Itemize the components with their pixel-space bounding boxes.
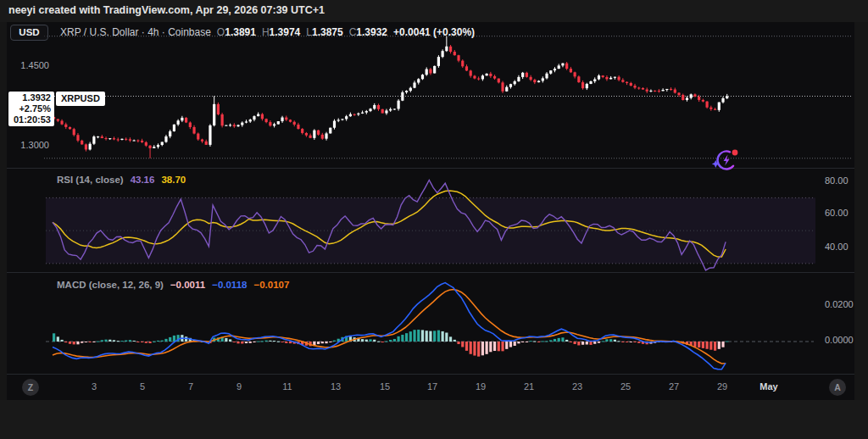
time-label-day[interactable]: 17	[427, 381, 437, 392]
attribution-text: neeyi created with TradingView.com, Apr …	[8, 4, 325, 16]
price-countdown-box: 1.3932 +2.75% 01:20:53	[8, 92, 54, 126]
macd-hist-value: −0.0011	[170, 280, 205, 290]
macd-axis-label: 0.0200	[825, 299, 854, 309]
adjust-badge[interactable]: A	[829, 379, 846, 396]
rsi-title[interactable]: RSI (14, close)43.1638.70	[57, 175, 186, 185]
panel-divider	[7, 272, 854, 273]
macd-axis-label: 0.0000	[825, 335, 854, 345]
ohlc-value: 1.3891	[225, 26, 256, 38]
time-label-day[interactable]: 5	[140, 381, 145, 392]
ohlc-value: 1.3875	[312, 26, 343, 38]
attribution-bar: neeyi created with TradingView.com, Apr …	[0, 0, 868, 22]
time-label-day[interactable]: 11	[282, 381, 292, 392]
macd-line-value: −0.0118	[212, 280, 247, 290]
time-label-day[interactable]: 7	[188, 381, 193, 392]
bar-countdown: 01:20:53	[8, 114, 51, 125]
ohlc-key: H	[262, 26, 270, 38]
time-label-day[interactable]: 27	[669, 381, 679, 392]
time-label-day[interactable]: 23	[572, 381, 582, 392]
ohlc-value: 1.3974	[270, 26, 301, 38]
time-label-day[interactable]: 25	[620, 381, 631, 392]
time-label-month[interactable]: May	[760, 381, 777, 392]
time-label-day[interactable]: 3	[92, 381, 97, 392]
currency-toggle-button[interactable]: USD	[10, 25, 48, 41]
rsi-axis-label: 40.00	[825, 242, 849, 252]
rsi-axis-label: 60.00	[825, 208, 849, 218]
time-label-day[interactable]: 21	[524, 381, 534, 392]
price-change: +0.0041 (+0.30%)	[393, 26, 475, 38]
footer-bar: TradingView	[0, 400, 868, 439]
time-label-day[interactable]: 15	[380, 381, 390, 392]
tradingview-screenshot: neeyi created with TradingView.com, Apr …	[0, 0, 868, 439]
last-price: 1.3932	[8, 92, 51, 103]
ohlc-key: L	[306, 26, 312, 38]
ohlc-values: O1.3891H1.3974L1.3875C1.3932	[211, 26, 387, 38]
macd-title-text: MACD (close, 12, 26, 9)	[57, 280, 164, 290]
price-axis-label: 1.4500	[7, 60, 49, 70]
macd-title[interactable]: MACD (close, 12, 26, 9)−0.0011−0.0118−0.…	[57, 280, 289, 290]
symbol-tag: XRPUSD	[56, 92, 105, 106]
price-axis-label: 1.3000	[7, 140, 49, 150]
symbol-header[interactable]: XRP / U.S. Dollar · 4h · CoinbaseO1.3891…	[60, 26, 475, 38]
rsi-title-text: RSI (14, close)	[57, 175, 124, 185]
time-label-day[interactable]: 13	[331, 381, 341, 392]
time-label-day[interactable]: 29	[717, 381, 727, 392]
symbol-title: XRP / U.S. Dollar · 4h · Coinbase	[60, 26, 211, 38]
time-label-day[interactable]: 19	[476, 381, 486, 392]
time-axis[interactable]: 357911131517192123252729May	[7, 374, 854, 400]
rsi-axis-label: 80.00	[825, 175, 849, 186]
time-label-day[interactable]: 9	[236, 381, 242, 392]
rsi-value: 43.16	[131, 175, 155, 185]
rsi-ma-value: 38.70	[161, 175, 186, 185]
ohlc-value: 1.3932	[356, 26, 387, 38]
timezone-badge[interactable]: Z	[22, 379, 39, 396]
ohlc-key: O	[217, 26, 225, 38]
flash-refresh-icon[interactable]	[710, 144, 741, 175]
change-percent: +2.75%	[8, 103, 51, 114]
macd-signal-value: −0.0107	[253, 280, 289, 290]
